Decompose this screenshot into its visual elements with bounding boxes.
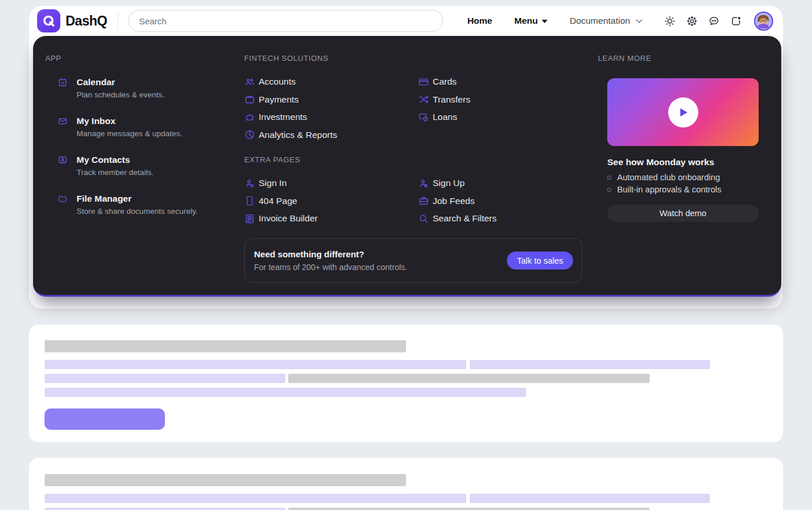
notifications-icon[interactable] [730, 14, 742, 27]
menu-item-desc: Store & share documents securely. [77, 206, 198, 216]
menu-item-desc: Plan schedules & events. [77, 90, 165, 100]
user-icon [244, 178, 255, 189]
nav-icons [664, 12, 773, 31]
search-icon [418, 213, 429, 224]
calendar-icon [58, 78, 67, 87]
cta-title: Need something different? [254, 249, 407, 259]
menu-item-title: My Contacts [77, 154, 154, 165]
skeleton-bar [45, 474, 406, 486]
skeleton-bar [470, 360, 710, 369]
users-icon [244, 76, 255, 88]
skeleton-bar [45, 374, 285, 383]
nav-links: Home Menu Documentation [467, 16, 641, 26]
page-icon [244, 195, 255, 206]
watch-demo-button[interactable]: Watch demo [607, 205, 759, 222]
nav-link-documentation[interactable]: Documentation [570, 16, 640, 26]
bullet-icon [607, 188, 611, 192]
section-heading: LEARN MORE [598, 54, 759, 63]
folder-icon [58, 194, 67, 203]
menu-item-my-contacts[interactable]: My ContactsTrack member details. [58, 154, 225, 177]
menu-link-search-filters[interactable]: Search & Filters [418, 213, 592, 224]
menu-link-cards[interactable]: Cards [418, 76, 592, 88]
skeleton-bar [470, 494, 710, 503]
skeleton-bar [45, 494, 466, 503]
play-icon [680, 108, 687, 116]
skeleton-bar [45, 360, 466, 369]
menu-item-my-inbox[interactable]: My InboxManage messages & updates. [58, 115, 225, 139]
menu-link-analytics[interactable]: Analytics & Reports [244, 129, 418, 141]
content-card [29, 458, 783, 510]
bullet-icon [607, 176, 611, 180]
divider [118, 12, 118, 30]
inbox-icon [58, 116, 67, 126]
skeleton-bar [288, 508, 650, 510]
user-plus-icon [418, 178, 429, 189]
section-heading: APP [45, 54, 225, 63]
menu-link-sign-in[interactable]: Sign In [244, 177, 418, 189]
brand-name: DashQ [66, 13, 107, 29]
pie-icon [244, 129, 255, 140]
cta-subtitle: For teams of 200+ with advanced controls… [254, 263, 407, 272]
section-app: APP CalendarPlan schedules & events. My … [45, 54, 225, 232]
skeleton-bar [288, 374, 650, 383]
talk-to-sales-button[interactable]: Talk to sales [507, 252, 573, 269]
menu-link-accounts[interactable]: Accounts [244, 76, 418, 88]
menu-item-title: File Manager [77, 193, 198, 204]
menu-link-404-page[interactable]: 404 Page [244, 195, 418, 207]
section-heading: FINTECH SOLUTIONS [244, 54, 592, 63]
skeleton-bar [45, 388, 526, 397]
brand[interactable]: DashQ [37, 9, 107, 32]
menu-link-investments[interactable]: Investments [244, 111, 418, 123]
cta-box: Need something different? For teams of 2… [244, 238, 582, 283]
menu-link-invoice-builder[interactable]: Invoice Builder [244, 213, 418, 224]
content-card [29, 325, 783, 442]
menu-item-calendar[interactable]: CalendarPlan schedules & events. [58, 76, 225, 100]
section-heading: EXTRA PAGES [244, 155, 592, 164]
menu-item-file-manager[interactable]: File ManagerStore & share documents secu… [58, 193, 225, 216]
menu-link-job-feeds[interactable]: Job Feeds [418, 195, 592, 207]
navbar: DashQ Home Menu Documentation [29, 6, 783, 36]
learn-bullet: Built-in approvals & controls [607, 185, 759, 194]
learn-bullets: Automated club onboarding Built-in appro… [607, 173, 759, 194]
search [128, 10, 443, 32]
contacts-icon [58, 155, 67, 165]
chevron-down-icon [636, 16, 643, 23]
learn-title: See how Moonday works [607, 157, 759, 167]
search-input[interactable] [128, 10, 443, 32]
video-thumbnail[interactable] [607, 78, 759, 146]
nav-link-menu[interactable]: Menu [514, 16, 548, 26]
caret-down-icon [542, 20, 548, 23]
menu-link-loans[interactable]: Loans [418, 111, 592, 123]
piggy-icon [244, 112, 255, 123]
menu-link-payments[interactable]: Payments [244, 94, 418, 105]
skeleton-bar [45, 508, 285, 510]
section-learn-more: LEARN MORE See how Moonday works Automat… [598, 54, 759, 222]
shuffle-icon [418, 94, 429, 105]
skeleton-bar [45, 340, 406, 352]
loan-icon [418, 112, 429, 123]
nav-link-home[interactable]: Home [467, 16, 492, 26]
briefcase-icon [418, 195, 429, 206]
menu-link-transfers[interactable]: Transfers [418, 94, 592, 105]
skeleton-button [45, 409, 165, 429]
card-icon [418, 76, 429, 88]
theme-sun-icon[interactable] [664, 14, 676, 27]
invoice-icon [244, 213, 255, 224]
settings-gear-icon[interactable] [686, 14, 698, 27]
menu-item-desc: Manage messages & updates. [77, 129, 182, 139]
section-extra-pages: EXTRA PAGES Sign In 404 Page Invoice Bui… [244, 155, 592, 231]
mega-menu-panel: APP CalendarPlan schedules & events. My … [33, 36, 781, 297]
menu-item-desc: Track member details. [77, 167, 154, 177]
section-fintech: FINTECH SOLUTIONS Accounts Payments Inve… [244, 54, 592, 147]
menu-link-sign-up[interactable]: Sign Up [418, 177, 592, 189]
menu-item-title: Calendar [77, 76, 165, 88]
brand-logo-icon [37, 9, 60, 32]
avatar[interactable] [754, 12, 773, 31]
wallet-icon [244, 94, 255, 105]
menu-item-title: My Inbox [77, 115, 182, 126]
play-button[interactable] [668, 97, 698, 128]
chat-icon[interactable] [708, 14, 720, 27]
learn-bullet: Automated club onboarding [607, 173, 759, 182]
